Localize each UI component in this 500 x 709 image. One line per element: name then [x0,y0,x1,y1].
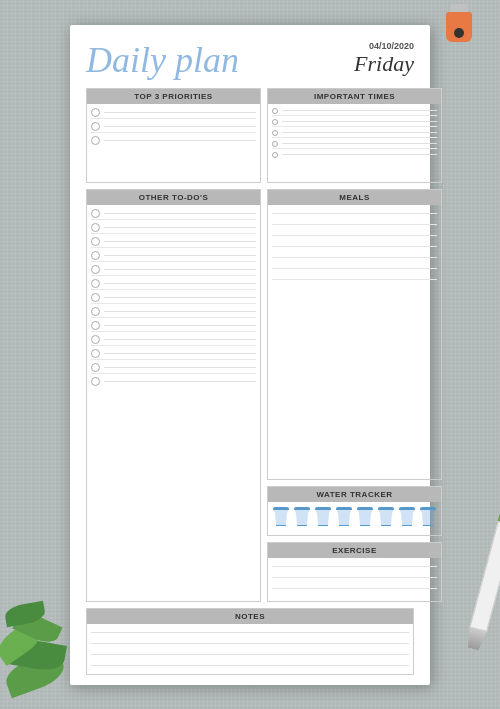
todo-cb[interactable] [91,293,100,302]
times-header: IMPORTANT TIMES [268,89,441,104]
priorities-section: TOP 3 PRIORITIES [86,88,261,183]
priority-row-1[interactable] [91,107,256,119]
planner-title: Daily plan [86,42,239,78]
meals-header: MEALS [268,190,441,205]
todos-header: OTHER TO-DO'S [87,190,260,205]
meals-body [268,205,441,479]
sharpener-decoration [446,4,472,44]
times-row[interactable] [272,140,437,149]
priority-row-2[interactable] [91,121,256,133]
date-block: 04/10/2020 Friday [354,41,414,78]
todo-cb[interactable] [91,223,100,232]
todo-row[interactable] [91,278,256,290]
water-cup-7[interactable] [398,507,416,529]
todo-cb[interactable] [91,377,100,386]
todo-row[interactable] [91,334,256,346]
water-cup-1[interactable] [272,507,290,529]
todo-row[interactable] [91,208,256,220]
todo-row[interactable] [91,376,256,387]
notes-body [87,624,413,674]
water-header: WATER TRACKER [268,487,441,502]
times-row[interactable] [272,118,437,127]
todo-row[interactable] [91,264,256,276]
priority-line-3 [104,140,256,141]
exercise-section: EXERCISE [267,542,442,602]
priority-row-3[interactable] [91,135,256,146]
todo-cb[interactable] [91,335,100,344]
water-cup-6[interactable] [377,507,395,529]
todo-cb[interactable] [91,265,100,274]
todo-row[interactable] [91,292,256,304]
exercise-header: EXERCISE [268,543,441,558]
times-row[interactable] [272,151,437,159]
water-cup-3[interactable] [314,507,332,529]
todo-row[interactable] [91,236,256,248]
todo-cb[interactable] [91,363,100,372]
priority-line-1 [104,112,256,113]
todo-cb[interactable] [91,237,100,246]
todo-cb[interactable] [91,321,100,330]
water-cup-5[interactable] [356,507,374,529]
planner-header: Daily plan 04/10/2020 Friday [86,41,414,78]
todo-cb[interactable] [91,349,100,358]
priority-checkbox-1[interactable] [91,108,100,117]
priorities-body [87,104,260,182]
notes-section: NOTES [86,608,414,675]
times-row[interactable] [272,107,437,116]
daily-planner-paper: Daily plan 04/10/2020 Friday TOP 3 PRIOR… [70,25,430,685]
water-tracker-section: WATER TRACKER [267,486,442,536]
water-cups-container [268,502,441,535]
water-cup-4[interactable] [335,507,353,529]
todo-row[interactable] [91,320,256,332]
todo-row[interactable] [91,222,256,234]
priority-line-2 [104,126,256,127]
important-times-section: IMPORTANT TIMES [267,88,442,183]
priority-checkbox-2[interactable] [91,122,100,131]
date-text: 04/10/2020 [354,41,414,52]
todo-row[interactable] [91,348,256,360]
pen-decoration [464,492,500,651]
exercise-body [268,558,441,601]
notes-header: NOTES [87,609,413,624]
todo-cb[interactable] [91,209,100,218]
todo-row[interactable] [91,250,256,262]
times-body [268,104,441,182]
todo-row[interactable] [91,362,256,374]
todos-section: OTHER TO-DO'S [86,189,261,602]
left-column: TOP 3 PRIORITIES [86,88,261,602]
priority-checkbox-3[interactable] [91,136,100,145]
water-cup-8[interactable] [419,507,437,529]
right-column: IMPORTANT TIMES MEALS [267,88,442,602]
todo-cb[interactable] [91,251,100,260]
times-row[interactable] [272,129,437,138]
day-text: Friday [354,51,414,77]
meals-section: MEALS [267,189,442,480]
main-content: TOP 3 PRIORITIES [86,88,414,602]
todos-body [87,205,260,601]
todo-row[interactable] [91,306,256,318]
todo-cb[interactable] [91,307,100,316]
todo-cb[interactable] [91,279,100,288]
water-cup-2[interactable] [293,507,311,529]
priorities-header: TOP 3 PRIORITIES [87,89,260,104]
